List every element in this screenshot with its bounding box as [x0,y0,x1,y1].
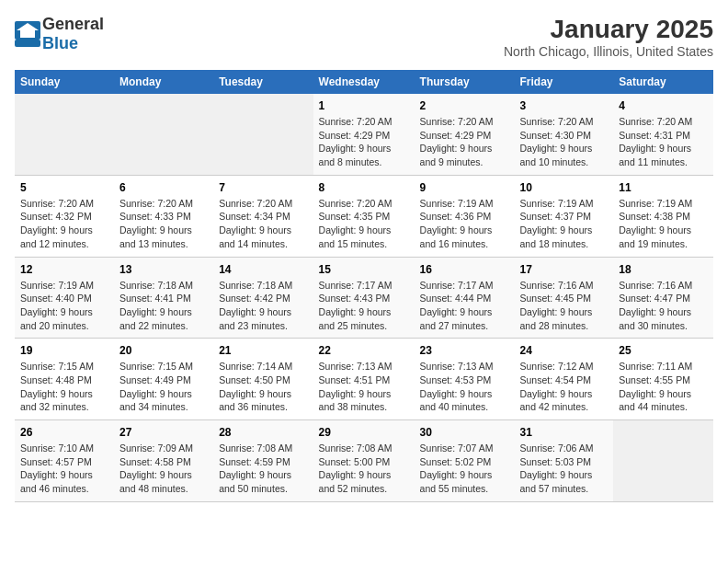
day-cell [213,94,313,175]
day-info: Sunrise: 7:16 AM Sunset: 4:47 PM Dayligh… [619,279,708,333]
day-info: Sunrise: 7:07 AM Sunset: 5:02 PM Dayligh… [420,442,509,496]
day-info: Sunrise: 7:20 AM Sunset: 4:32 PM Dayligh… [20,197,108,251]
day-info: Sunrise: 7:08 AM Sunset: 4:59 PM Dayligh… [219,442,307,496]
day-cell: 15Sunrise: 7:17 AM Sunset: 4:43 PM Dayli… [313,257,415,339]
day-info: Sunrise: 7:15 AM Sunset: 4:49 PM Dayligh… [119,360,208,414]
week-row-4: 19Sunrise: 7:15 AM Sunset: 4:48 PM Dayli… [15,339,713,420]
day-cell: 6Sunrise: 7:20 AM Sunset: 4:33 PM Daylig… [114,175,213,257]
day-info: Sunrise: 7:19 AM Sunset: 4:37 PM Dayligh… [519,197,608,251]
day-cell: 24Sunrise: 7:12 AM Sunset: 4:54 PM Dayli… [514,339,613,420]
day-info: Sunrise: 7:17 AM Sunset: 4:44 PM Dayligh… [420,279,509,333]
day-info: Sunrise: 7:09 AM Sunset: 4:58 PM Dayligh… [119,442,208,496]
day-number: 2 [420,99,509,112]
day-cell: 10Sunrise: 7:19 AM Sunset: 4:37 PM Dayli… [514,175,613,257]
day-number: 12 [20,263,108,276]
column-header-friday: Friday [514,70,613,94]
day-cell: 22Sunrise: 7:13 AM Sunset: 4:51 PM Dayli… [313,339,415,420]
day-number: 27 [119,426,208,439]
column-header-monday: Monday [114,70,213,94]
day-number: 5 [20,181,108,194]
day-cell: 23Sunrise: 7:13 AM Sunset: 4:53 PM Dayli… [415,339,515,420]
day-cell: 26Sunrise: 7:10 AM Sunset: 4:57 PM Dayli… [15,420,114,502]
day-number: 4 [619,99,708,112]
day-number: 15 [319,263,409,276]
day-number: 23 [420,344,509,357]
day-info: Sunrise: 7:19 AM Sunset: 4:38 PM Dayligh… [619,197,708,251]
day-number: 24 [519,344,608,357]
day-info: Sunrise: 7:20 AM Sunset: 4:31 PM Dayligh… [619,115,708,169]
day-number: 17 [519,263,608,276]
day-cell [613,420,713,502]
day-cell: 8Sunrise: 7:20 AM Sunset: 4:35 PM Daylig… [313,175,415,257]
day-number: 8 [319,181,409,194]
column-header-thursday: Thursday [415,70,515,94]
day-info: Sunrise: 7:11 AM Sunset: 4:55 PM Dayligh… [619,360,708,414]
day-number: 21 [219,344,307,357]
day-cell: 7Sunrise: 7:20 AM Sunset: 4:34 PM Daylig… [213,175,313,257]
day-number: 11 [619,181,708,194]
day-info: Sunrise: 7:17 AM Sunset: 4:43 PM Dayligh… [319,279,409,333]
day-info: Sunrise: 7:13 AM Sunset: 4:53 PM Dayligh… [420,360,509,414]
day-cell: 28Sunrise: 7:08 AM Sunset: 4:59 PM Dayli… [213,420,313,502]
day-number: 30 [420,426,509,439]
day-number: 14 [219,263,307,276]
week-row-5: 26Sunrise: 7:10 AM Sunset: 4:57 PM Dayli… [15,420,713,502]
day-cell: 16Sunrise: 7:17 AM Sunset: 4:44 PM Dayli… [415,257,515,339]
day-number: 31 [519,426,608,439]
day-cell: 17Sunrise: 7:16 AM Sunset: 4:45 PM Dayli… [514,257,613,339]
day-number: 28 [219,426,307,439]
day-info: Sunrise: 7:20 AM Sunset: 4:34 PM Dayligh… [219,197,307,251]
day-cell: 31Sunrise: 7:06 AM Sunset: 5:03 PM Dayli… [514,420,613,502]
day-info: Sunrise: 7:13 AM Sunset: 4:51 PM Dayligh… [319,360,409,414]
logo: General Blue [15,15,104,53]
day-info: Sunrise: 7:20 AM Sunset: 4:30 PM Dayligh… [519,115,608,169]
page-title: January 2025 [504,15,713,44]
page-subtitle: North Chicago, Illinois, United States [504,44,713,59]
week-row-3: 12Sunrise: 7:19 AM Sunset: 4:40 PM Dayli… [15,257,713,339]
title-block: January 2025 North Chicago, Illinois, Un… [504,15,713,59]
day-info: Sunrise: 7:16 AM Sunset: 4:45 PM Dayligh… [519,279,608,333]
day-cell [15,94,114,175]
logo-blue: Blue [42,34,78,52]
day-number: 18 [619,263,708,276]
day-cell: 4Sunrise: 7:20 AM Sunset: 4:31 PM Daylig… [613,94,713,175]
day-info: Sunrise: 7:10 AM Sunset: 4:57 PM Dayligh… [20,442,108,496]
day-cell: 20Sunrise: 7:15 AM Sunset: 4:49 PM Dayli… [114,339,213,420]
day-cell: 19Sunrise: 7:15 AM Sunset: 4:48 PM Dayli… [15,339,114,420]
day-number: 20 [119,344,208,357]
day-info: Sunrise: 7:14 AM Sunset: 4:50 PM Dayligh… [219,360,307,414]
day-number: 25 [619,344,708,357]
day-cell: 27Sunrise: 7:09 AM Sunset: 4:58 PM Dayli… [114,420,213,502]
header-row: SundayMondayTuesdayWednesdayThursdayFrid… [15,70,713,94]
day-number: 6 [119,181,208,194]
day-cell: 21Sunrise: 7:14 AM Sunset: 4:50 PM Dayli… [213,339,313,420]
day-info: Sunrise: 7:20 AM Sunset: 4:29 PM Dayligh… [420,115,509,169]
day-info: Sunrise: 7:15 AM Sunset: 4:48 PM Dayligh… [20,360,108,414]
logo-icon [15,21,40,47]
day-info: Sunrise: 7:06 AM Sunset: 5:03 PM Dayligh… [519,442,608,496]
day-cell: 11Sunrise: 7:19 AM Sunset: 4:38 PM Dayli… [613,175,713,257]
day-cell: 3Sunrise: 7:20 AM Sunset: 4:30 PM Daylig… [514,94,613,175]
day-info: Sunrise: 7:20 AM Sunset: 4:35 PM Dayligh… [319,197,409,251]
day-cell: 2Sunrise: 7:20 AM Sunset: 4:29 PM Daylig… [415,94,515,175]
day-number: 7 [219,181,307,194]
day-cell: 14Sunrise: 7:18 AM Sunset: 4:42 PM Dayli… [213,257,313,339]
calendar-table: SundayMondayTuesdayWednesdayThursdayFrid… [15,70,713,502]
day-info: Sunrise: 7:12 AM Sunset: 4:54 PM Dayligh… [519,360,608,414]
day-info: Sunrise: 7:19 AM Sunset: 4:36 PM Dayligh… [420,197,509,251]
day-cell: 25Sunrise: 7:11 AM Sunset: 4:55 PM Dayli… [613,339,713,420]
day-cell: 18Sunrise: 7:16 AM Sunset: 4:47 PM Dayli… [613,257,713,339]
week-row-1: 1Sunrise: 7:20 AM Sunset: 4:29 PM Daylig… [15,94,713,175]
day-cell: 9Sunrise: 7:19 AM Sunset: 4:36 PM Daylig… [415,175,515,257]
column-header-tuesday: Tuesday [213,70,313,94]
logo-general: General [42,15,104,33]
day-cell: 12Sunrise: 7:19 AM Sunset: 4:40 PM Dayli… [15,257,114,339]
page-header: General Blue January 2025 North Chicago,… [15,15,713,59]
day-info: Sunrise: 7:20 AM Sunset: 4:33 PM Dayligh… [119,197,208,251]
day-info: Sunrise: 7:20 AM Sunset: 4:29 PM Dayligh… [319,115,409,169]
day-info: Sunrise: 7:19 AM Sunset: 4:40 PM Dayligh… [20,279,108,333]
day-cell: 5Sunrise: 7:20 AM Sunset: 4:32 PM Daylig… [15,175,114,257]
day-number: 16 [420,263,509,276]
column-header-sunday: Sunday [15,70,114,94]
day-info: Sunrise: 7:18 AM Sunset: 4:41 PM Dayligh… [119,279,208,333]
